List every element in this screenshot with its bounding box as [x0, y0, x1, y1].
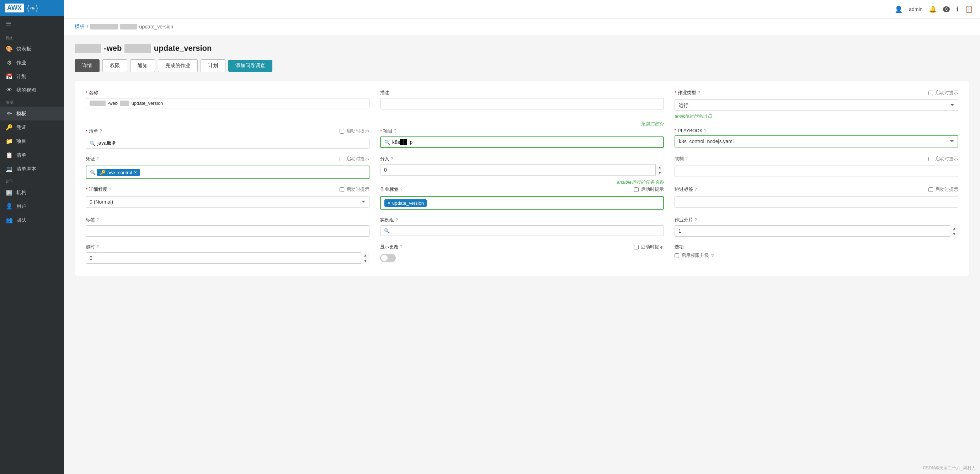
- sidebar-item-dashboard[interactable]: 🎨 仪表板: [0, 42, 64, 56]
- sidebar-item-my-view[interactable]: 👁 我的视图: [0, 84, 64, 97]
- job-tags-help-icon[interactable]: ?: [400, 187, 402, 192]
- fork-label: 分叉 ?: [380, 155, 664, 162]
- show-changes-group: 显示更改 ? 启动时提示: [380, 244, 664, 264]
- project-group: 见第二部分 * 项目 ? 🔍: [380, 128, 664, 149]
- job-type-select[interactable]: 运行: [675, 100, 958, 111]
- credential-prompt-checkbox[interactable]: [340, 157, 344, 161]
- fork-increment[interactable]: ▲: [656, 164, 664, 170]
- job-tags-prompt-checkbox[interactable]: [634, 187, 639, 192]
- skip-tags-prompt-label: 启动时提示: [928, 186, 958, 193]
- job-slicing-input[interactable]: [675, 225, 958, 237]
- fork-input[interactable]: [380, 164, 664, 176]
- menu-toggle[interactable]: ☰: [0, 16, 64, 32]
- job-slicing-help-icon[interactable]: ?: [694, 217, 697, 222]
- timeout-input[interactable]: [86, 252, 369, 264]
- user-icon[interactable]: 👤: [895, 5, 902, 13]
- edit-icon[interactable]: 📋: [965, 5, 973, 13]
- name-blurred2: ██: [120, 101, 129, 106]
- labels-label: 标签 ?: [86, 217, 369, 223]
- verbosity-select[interactable]: 0 (Normal): [86, 196, 369, 208]
- show-changes-toggle[interactable]: [380, 254, 396, 262]
- timeout-increment[interactable]: ▲: [361, 252, 369, 258]
- inventory-help-icon[interactable]: ?: [100, 128, 102, 133]
- tab-completed-jobs[interactable]: 完成的作业: [158, 59, 198, 72]
- name-blurred1: ████: [90, 101, 106, 106]
- show-changes-help-icon[interactable]: ?: [400, 244, 402, 249]
- enable-privilege-help-icon[interactable]: ?: [711, 253, 714, 258]
- organizations-icon: 🏢: [6, 189, 13, 196]
- project-annotation-text: 见第二部分: [641, 121, 664, 127]
- limit-help-icon[interactable]: ?: [685, 156, 688, 161]
- instance-groups-search-wrap: 🔍: [380, 225, 664, 236]
- jobs-icon: ⚙: [6, 59, 13, 66]
- sidebar-item-templates[interactable]: ✏ 模板: [0, 106, 64, 120]
- job-type-prompt-checkbox[interactable]: [928, 90, 933, 95]
- verbosity-help-icon[interactable]: ?: [109, 187, 111, 192]
- sidebar-item-users[interactable]: 👤 用户: [0, 199, 64, 213]
- dashboard-icon: 🎨: [6, 46, 13, 52]
- tab-schedules[interactable]: 计划: [200, 59, 226, 72]
- title-dash: -web: [104, 44, 122, 53]
- bell-icon[interactable]: 🔔: [929, 5, 937, 13]
- labels-input[interactable]: [86, 225, 369, 237]
- sidebar-item-jobs[interactable]: ⚙ 作业: [0, 56, 64, 70]
- labels-help-icon[interactable]: ?: [96, 217, 99, 222]
- credential-prompt-label: 启动时提示: [340, 155, 369, 162]
- sidebar-item-inventories[interactable]: 📋 清单: [0, 148, 64, 162]
- skip-tags-label: 跳过标签 ?: [675, 186, 697, 193]
- fork-spinners: ▲ ▼: [655, 164, 664, 176]
- skip-tags-prompt-checkbox[interactable]: [928, 187, 933, 192]
- job-slicing-label: 作业分片 ?: [675, 217, 958, 223]
- verbosity-group: * 详细程度 ? 启动时提示 0 (Normal): [86, 186, 369, 210]
- tab-permissions[interactable]: 权限: [102, 59, 127, 72]
- limit-prompt-label: 启动时提示: [928, 155, 958, 162]
- verbosity-prompt-checkbox[interactable]: [340, 187, 344, 192]
- topbar: 👤 admin 🔔 0 ℹ 📋: [64, 0, 980, 19]
- sidebar-item-credentials-label: 凭证: [16, 124, 26, 131]
- job-slicing-increment[interactable]: ▲: [950, 225, 958, 231]
- job-slicing-decrement[interactable]: ▼: [950, 231, 958, 237]
- tab-survey[interactable]: 添加问卷调查: [228, 60, 272, 72]
- instance-groups-group: 实例组 ? 🔍: [380, 217, 664, 237]
- projects-icon: 📁: [6, 138, 13, 144]
- skip-tags-help-icon[interactable]: ?: [694, 187, 697, 192]
- fork-help-icon[interactable]: ?: [391, 156, 393, 161]
- sidebar-item-organizations[interactable]: 🏢 机构: [0, 185, 64, 199]
- desc-input[interactable]: [380, 98, 664, 109]
- job-type-help-icon[interactable]: ?: [698, 90, 700, 95]
- job-type-annotation: ansible运行的入口: [675, 113, 958, 119]
- info-icon[interactable]: ℹ: [956, 5, 959, 13]
- skip-tags-input[interactable]: [675, 196, 958, 208]
- breadcrumb-root[interactable]: 模板: [75, 24, 84, 30]
- tab-notifications[interactable]: 通知: [130, 59, 155, 72]
- enable-privilege-checkbox[interactable]: [675, 253, 679, 258]
- limit-input[interactable]: [675, 166, 958, 177]
- instance-groups-help-icon[interactable]: ?: [395, 217, 398, 222]
- timeout-help-icon[interactable]: ?: [96, 244, 99, 249]
- sidebar-item-inventory-scripts[interactable]: 💻 清单脚本: [0, 162, 64, 176]
- sidebar-item-credentials[interactable]: 🔑 凭证: [0, 120, 64, 134]
- job-type-prompt-label: 启动时提示: [928, 90, 958, 96]
- sidebar-item-teams[interactable]: 👥 团队: [0, 213, 64, 227]
- instance-groups-input[interactable]: [392, 228, 660, 233]
- inventory-prompt-checkbox[interactable]: [340, 129, 344, 133]
- project-input[interactable]: [392, 139, 660, 145]
- fork-decrement[interactable]: ▼: [656, 170, 664, 176]
- playbook-select[interactable]: k8s_control_nodejs.yaml: [675, 135, 958, 147]
- teams-icon: 👥: [6, 217, 13, 224]
- project-help-icon[interactable]: ?: [394, 128, 396, 133]
- breadcrumb-blurred2: ████: [120, 24, 137, 30]
- credential-tag-remove[interactable]: ✕: [134, 170, 137, 175]
- playbook-help-icon[interactable]: ?: [704, 128, 706, 133]
- sidebar-item-jobs-label: 作业: [16, 60, 26, 66]
- inventory-input[interactable]: [97, 140, 366, 146]
- sidebar-item-schedules[interactable]: 📅 计划: [0, 70, 64, 84]
- credential-help-icon[interactable]: ?: [96, 156, 99, 161]
- job-tag-remove[interactable]: ✕: [387, 201, 390, 205]
- tab-details[interactable]: 详情: [75, 59, 100, 72]
- sidebar-item-projects[interactable]: 📁 项目: [0, 134, 64, 148]
- show-changes-prompt-checkbox[interactable]: [634, 245, 639, 249]
- timeout-decrement[interactable]: ▼: [361, 258, 369, 264]
- section-access-label: 访问: [0, 176, 64, 185]
- limit-prompt-checkbox[interactable]: [928, 157, 933, 161]
